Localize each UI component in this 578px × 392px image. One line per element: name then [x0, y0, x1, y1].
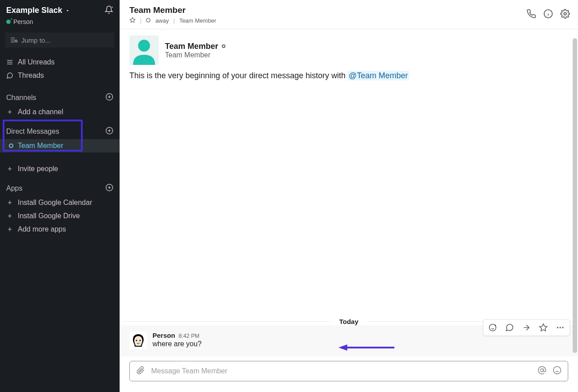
more-actions-icon[interactable] [552, 320, 569, 335]
quick-switcher-icon [10, 36, 18, 44]
svg-point-24 [138, 40, 150, 52]
message-body: Person 8:42 PM where are you? [153, 332, 201, 349]
add-channel-row[interactable]: + Add a channel [0, 105, 120, 119]
message-author[interactable]: Person [153, 332, 175, 339]
svg-point-40 [554, 367, 561, 374]
message-avatar[interactable] [129, 332, 147, 349]
dm-intro-avatar[interactable] [129, 36, 159, 65]
current-user-row[interactable]: Person [0, 18, 120, 30]
channel-header-actions [526, 5, 570, 20]
svg-point-22 [564, 12, 566, 15]
new-dm-icon[interactable] [105, 127, 113, 136]
invite-people-row[interactable]: + Invite people [0, 162, 120, 176]
channel-header: Team Member | away | Team Member [120, 0, 578, 29]
channel-title[interactable]: Team Member [129, 5, 216, 15]
workspace-name: Example Slack [6, 6, 62, 15]
message-actions-toolbar [483, 319, 570, 336]
scrollbar-thumb[interactable] [573, 38, 577, 353]
presence-away-icon [146, 17, 151, 24]
message-timestamp[interactable]: 8:42 PM [179, 333, 200, 339]
apps-section: Apps + Install Google Calendar + Install… [0, 177, 120, 238]
emoji-icon[interactable] [553, 366, 562, 376]
dm-intro: Team Member Team Member [120, 29, 578, 68]
app-install-google-calendar[interactable]: + Install Google Calendar [0, 196, 120, 209]
composer-placeholder: Message Team Member [151, 367, 531, 375]
start-thread-icon[interactable] [501, 320, 518, 335]
star-icon[interactable] [129, 17, 136, 24]
svg-marker-33 [540, 324, 547, 331]
plus-icon: + [6, 212, 13, 220]
svg-point-39 [541, 369, 544, 372]
message-row[interactable]: Person 8:42 PM where are you? [120, 325, 578, 356]
dm-beginning-prefix: This is the very beginning of your direc… [129, 71, 348, 80]
nav-threads[interactable]: Threads [0, 69, 120, 82]
plus-icon: + [6, 199, 13, 207]
app-row-label: Add more apps [18, 225, 66, 233]
person-silhouette-icon [129, 36, 159, 65]
svg-marker-38 [338, 344, 347, 351]
save-message-icon[interactable] [535, 320, 552, 335]
dm-beginning-text: This is the very beginning of your direc… [120, 68, 578, 85]
add-channel-label: Add a channel [18, 108, 63, 116]
invite-people-label: Invite people [18, 165, 58, 173]
call-icon[interactable] [526, 9, 536, 20]
dm-intro-name[interactable]: Team Member [165, 42, 218, 51]
nav-threads-label: Threads [18, 72, 44, 80]
add-app-icon[interactable] [105, 184, 113, 193]
mention-icon[interactable] [538, 366, 546, 376]
dm-intro-subtitle: Team Member [165, 51, 225, 59]
chevron-down-icon [65, 8, 70, 13]
channels-header-label: Channels [6, 94, 36, 102]
plus-icon: + [6, 108, 13, 116]
plus-icon: + [6, 165, 13, 173]
threads-icon [6, 72, 13, 79]
jump-to-placeholder: Jump to... [21, 36, 51, 44]
channels-header[interactable]: Channels [0, 90, 120, 105]
svg-point-18 [147, 18, 150, 22]
nav-all-unreads[interactable]: All Unreads [0, 56, 120, 69]
dm-item-label: Team Member [18, 142, 63, 150]
share-message-icon[interactable] [518, 320, 535, 335]
svg-point-36 [562, 327, 563, 328]
add-channel-icon[interactable] [105, 93, 113, 103]
composer-wrap: Message Team Member [120, 356, 578, 392]
presence-away-icon [9, 144, 13, 148]
direct-messages-header[interactable]: Direct Messages [0, 124, 120, 139]
jump-to-search[interactable]: Jump to... [5, 32, 114, 48]
all-unreads-icon [6, 59, 13, 66]
channel-subheader: | away | Team Member [129, 17, 216, 24]
annotation-arrow-icon [337, 343, 395, 352]
attach-file-icon[interactable] [136, 366, 145, 376]
message-composer[interactable]: Message Team Member [129, 361, 568, 381]
presence-away-icon [222, 44, 225, 48]
plus-icon: + [6, 225, 13, 233]
app-install-google-drive[interactable]: + Install Google Drive [0, 209, 120, 223]
svg-line-4 [17, 42, 18, 43]
notifications-icon[interactable] [104, 5, 113, 16]
workspace-switcher[interactable]: Example Slack [6, 6, 70, 15]
message-scroll-region[interactable]: Team Member Team Member This is the very… [120, 29, 578, 356]
direct-messages-section: Direct Messages Team Member [0, 120, 120, 154]
nav-all-unreads-label: All Unreads [18, 58, 55, 66]
invite-section: + Invite people [0, 154, 120, 177]
apps-header-label: Apps [6, 184, 22, 192]
sidebar: Example Slack Person Jump to... All Unre… [0, 0, 120, 392]
apps-header[interactable]: Apps [0, 181, 120, 196]
current-user-name: Person [13, 18, 33, 25]
scroll-spacer [120, 85, 578, 318]
info-icon[interactable] [543, 9, 553, 20]
app-add-more[interactable]: + Add more apps [0, 223, 120, 236]
svg-point-34 [557, 327, 558, 328]
presence-active-icon [6, 20, 11, 24]
add-reaction-icon[interactable] [484, 320, 501, 335]
person-face-icon [129, 332, 147, 349]
app-row-label: Install Google Drive [18, 212, 80, 220]
dm-intro-name-row: Team Member [165, 42, 225, 51]
settings-icon[interactable] [560, 9, 570, 20]
direct-messages-header-label: Direct Messages [6, 128, 59, 136]
workspace-header[interactable]: Example Slack [0, 0, 120, 18]
user-mention[interactable]: @Team Member [348, 71, 409, 80]
day-divider-label: Today [335, 318, 363, 325]
channels-section: Channels + Add a channel [0, 87, 120, 120]
dm-item-team-member[interactable]: Team Member [0, 139, 120, 152]
